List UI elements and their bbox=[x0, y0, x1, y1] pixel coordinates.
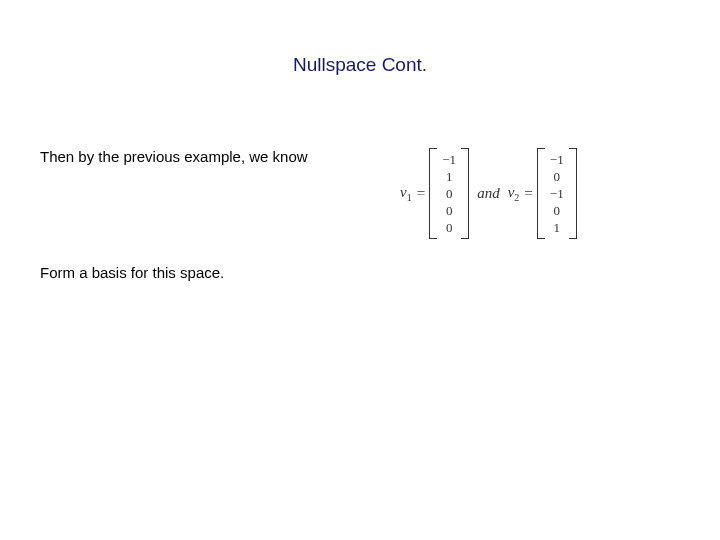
v1-entry-1: 1 bbox=[441, 168, 457, 185]
v1-label: v1 bbox=[400, 184, 412, 203]
left-bracket-icon bbox=[537, 148, 545, 239]
v2-label: v2 bbox=[508, 184, 520, 203]
math-expression: v1 = −1 1 0 0 0 and v2 = −1 0 −1 0 1 bbox=[400, 148, 577, 239]
v2-entry-3: 0 bbox=[549, 202, 565, 219]
equals-1: = bbox=[417, 185, 425, 202]
v1-column: −1 1 0 0 0 bbox=[437, 148, 461, 239]
v1-entry-0: −1 bbox=[441, 151, 457, 168]
slide-title: Nullspace Cont. bbox=[0, 54, 720, 76]
right-bracket-icon bbox=[461, 148, 469, 239]
body-line-2: Form a basis for this space. bbox=[40, 264, 224, 281]
v2-entry-2: −1 bbox=[549, 185, 565, 202]
v1-entry-3: 0 bbox=[441, 202, 457, 219]
slide: Nullspace Cont. Then by the previous exa… bbox=[0, 0, 720, 540]
v2-subscript: 2 bbox=[514, 192, 519, 203]
left-bracket-icon bbox=[429, 148, 437, 239]
v2-entry-0: −1 bbox=[549, 151, 565, 168]
v2-column: −1 0 −1 0 1 bbox=[545, 148, 569, 239]
and-word: and bbox=[477, 185, 500, 202]
v1-entry-4: 0 bbox=[441, 219, 457, 236]
vector-v1: −1 1 0 0 0 bbox=[429, 148, 469, 239]
v1-subscript: 1 bbox=[407, 192, 412, 203]
v2-entry-1: 0 bbox=[549, 168, 565, 185]
v1-letter: v bbox=[400, 184, 407, 200]
equals-2: = bbox=[524, 185, 532, 202]
v1-entry-2: 0 bbox=[441, 185, 457, 202]
body-line-1: Then by the previous example, we know bbox=[40, 148, 308, 165]
v2-entry-4: 1 bbox=[549, 219, 565, 236]
vector-v2: −1 0 −1 0 1 bbox=[537, 148, 577, 239]
right-bracket-icon bbox=[569, 148, 577, 239]
